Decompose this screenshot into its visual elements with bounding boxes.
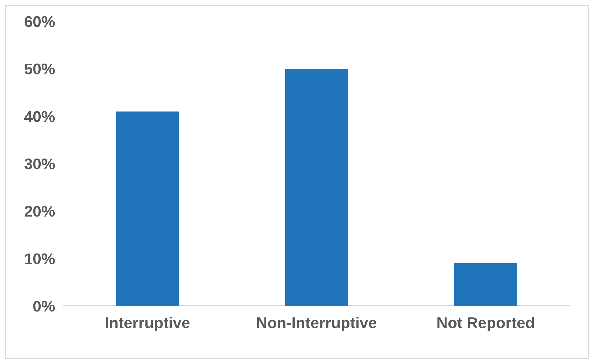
- y-tick-label: 60%: [24, 13, 55, 31]
- bar: [285, 69, 348, 306]
- y-tick-label: 0%: [33, 297, 55, 315]
- bar: [454, 263, 517, 306]
- x-tick-label: Not Reported: [436, 314, 535, 332]
- y-tick-label: 50%: [24, 60, 55, 78]
- bar: [116, 112, 179, 306]
- chart-frame: 0%10%20%30%40%50%60%InterruptiveNon-Inte…: [5, 5, 589, 359]
- y-tick-label: 10%: [24, 250, 55, 268]
- plot-area: 0%10%20%30%40%50%60%InterruptiveNon-Inte…: [63, 21, 570, 306]
- y-tick-label: 30%: [24, 155, 55, 173]
- y-tick-label: 20%: [24, 202, 55, 220]
- x-tick-label: Non-Interruptive: [256, 314, 377, 332]
- x-tick-label: Interruptive: [105, 314, 190, 332]
- y-tick-label: 40%: [24, 107, 55, 125]
